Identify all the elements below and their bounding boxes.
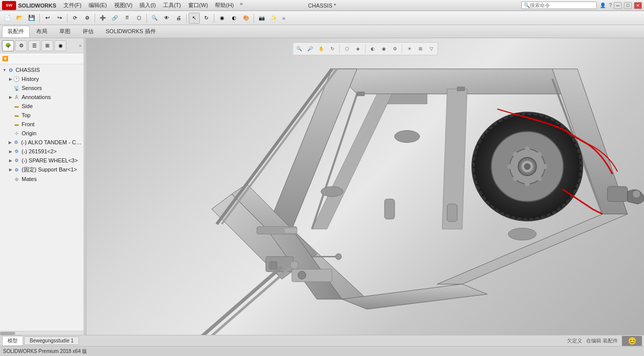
close-button[interactable]: ✕ [634,2,642,9]
toolbar-separator-2 [67,14,67,23]
title-bar: SW SOLIDWORKS 文件(F) 编辑(E) 视图(V) 插入(I) 工具… [0,0,644,11]
new-button[interactable]: 📄 [2,13,13,24]
side-label: Side [22,103,33,109]
open-button[interactable]: 📂 [14,13,25,24]
history-label: History [22,76,39,82]
svg-point-16 [508,228,536,240]
redo-button[interactable]: ↪ [54,13,65,24]
svg-rect-34 [607,187,627,202]
tree-item-top[interactable]: ▬ Top [0,111,84,120]
version-text: SOLIDWORKS Premium 2018 x64 版 [3,348,87,355]
tab-assembly[interactable]: 装配件 [2,26,30,37]
assembly-feature-button[interactable]: ⬡ [133,13,144,24]
render-button[interactable]: ✨ [268,13,279,24]
tree-item-origin[interactable]: ✛ Origin [0,129,84,138]
svg-point-29 [542,164,547,169]
origin-label: Origin [22,130,36,136]
toolbar-separator-7 [254,14,254,23]
bottom-tab-motion[interactable]: Bewegungsstudie 1 [24,336,79,345]
tree-item-side[interactable]: ▬ Side [0,102,84,111]
panel-scroll-thumb[interactable] [0,332,15,335]
tree-arrow-chassis: ▼ [2,67,7,72]
tree-item-support-bar[interactable]: ▶ ⚙ (固定) Support Bar<1> [0,165,84,174]
3d-model-svg [87,38,644,335]
display-button[interactable]: ◐ [228,13,239,24]
rotate-button[interactable]: ↻ [201,13,212,24]
print-button[interactable]: 🖨 [173,13,184,24]
svg-marker-3 [267,69,357,229]
svg-marker-2 [437,214,627,284]
appearance-button[interactable]: 🎨 [240,13,252,24]
tree-item-261591[interactable]: ▶ ⚙ (-) 261591<2> [0,147,84,156]
insert-component-button[interactable]: ➕ [97,13,108,24]
tab-solidworks-plugins[interactable]: SOLIDWORKS 插件 [100,26,162,37]
top-label: Top [22,112,31,118]
tree-item-chassis[interactable]: ▼ ⚙ CHASSIS [0,65,84,74]
mate-button[interactable]: 🔗 [109,13,120,24]
menu-tools[interactable]: 工具(T) [160,1,184,10]
svg-rect-17 [384,199,394,219]
linear-pattern-button[interactable]: ⠿ [121,13,132,24]
tree-item-sensors[interactable]: 📡 Sensors [0,83,84,93]
panel-tab-property[interactable]: ⚙ [15,40,27,51]
tree-item-mates[interactable]: ⊕ Mates [0,174,84,184]
select-button[interactable]: ↖ [189,13,200,24]
undo-button[interactable]: ↩ [42,13,53,24]
panel-tab-dxf[interactable]: ⊞ [41,40,53,51]
panel-tab-display[interactable]: ◉ [54,40,66,51]
tree-arrow-support-bar: ▶ [8,167,13,172]
panel-tab-feature-tree[interactable]: 🌳 [2,40,14,51]
tab-evaluate[interactable]: 评估 [77,26,99,37]
tree-arrow-spare-wheel: ▶ [8,158,13,163]
filter-bar: 🔽 [0,53,84,64]
app-name: SOLIDWORKS [18,3,56,9]
svg-line-45 [184,266,282,335]
menu-window[interactable]: 窗口(W) [185,1,211,10]
bottom-tab-model[interactable]: 模型 [2,336,23,346]
zoom-button[interactable]: 🔍 [149,13,160,24]
minimize-button[interactable]: ─ [614,2,622,9]
menu-file[interactable]: 文件(F) [60,1,85,10]
search-box[interactable]: 🔍 [521,2,597,9]
front-label: Front [22,121,35,127]
svg-rect-50 [457,87,465,91]
panel-expand-arrow[interactable]: » [79,43,82,48]
rebuild-button[interactable]: ⟳ [69,13,80,24]
svg-rect-37 [269,261,277,269]
3d-viewport[interactable]: 🔍 🔎 ✋ ↻ ⬡ ◈ ◐ ◉ ⚙ ☀ ⊞ ▽ [87,38,644,335]
svg-point-14 [394,131,420,143]
status-area: 欠定义 在编辑 装配件 😊 [567,336,642,346]
support-bar-label: (固定) Support Bar<1> [22,166,77,173]
panel-scroll-bar[interactable] [0,331,84,335]
tree-item-front[interactable]: ▬ Front [0,120,84,129]
spare-wheel-label: (-) SPARE WHEEL<3> [22,157,78,163]
menu-edit[interactable]: 编辑(E) [86,1,110,10]
window-title: CHASSIS * [308,3,336,9]
menu-view[interactable]: 视图(V) [111,1,136,10]
menu-insert[interactable]: 插入(I) [136,1,158,10]
menu-help[interactable]: 帮助(H) [212,1,236,10]
tree-item-alko-tandem[interactable]: ▶ ⚙ (-) ALKO TANDEM - CHAS [0,138,84,147]
save-button[interactable]: 💾 [26,13,37,24]
search-input[interactable] [530,3,590,8]
hide-show-button[interactable]: ◉ [216,13,227,24]
svg-point-33 [537,152,542,157]
view-button[interactable]: 👁 [161,13,172,24]
tree-item-spare-wheel[interactable]: ▶ ⚙ (-) SPARE WHEEL<3> [0,156,84,165]
camera-button[interactable]: 📷 [256,13,267,24]
options-button[interactable]: ⚙ [82,13,93,24]
maximize-button[interactable]: □ [624,2,632,9]
tree-item-history[interactable]: ▶ 🕐 History [0,74,84,83]
panel-tab-configuration[interactable]: ☰ [28,40,40,51]
main-toolbar: 📄 📂 💾 ↩ ↪ ⟳ ⚙ ➕ 🔗 ⠿ ⬡ 🔍 👁 🖨 ↖ ↻ ◉ ◐ 🎨 📷 … [0,11,644,25]
svg-point-42 [336,253,342,259]
tree-arrow-261591: ▶ [8,149,13,154]
annotations-label: Annotations [22,94,51,100]
sensors-label: Sensors [22,85,42,91]
feature-tree: ▼ ⚙ CHASSIS ▶ 🕐 History 📡 Sensors ▶ [0,64,84,331]
svg-point-28 [507,164,512,169]
tab-layout[interactable]: 布局 [31,26,53,37]
svg-point-38 [290,261,298,269]
tree-item-annotations[interactable]: ▶ A Annotations [0,93,84,102]
tab-sketch[interactable]: 草图 [54,26,76,37]
